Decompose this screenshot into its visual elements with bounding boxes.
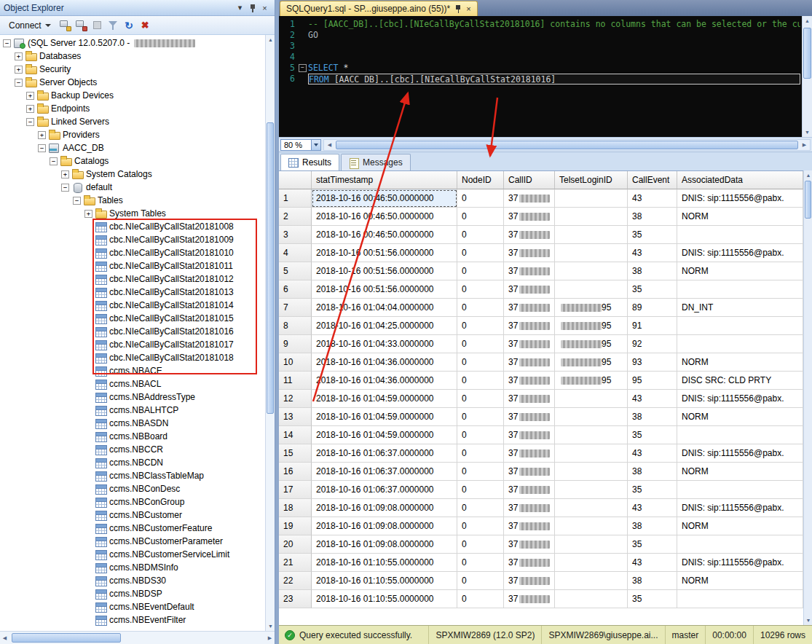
- cell-callid[interactable]: 37: [504, 280, 555, 299]
- expand-icon[interactable]: +: [38, 131, 46, 139]
- cell-callevent[interactable]: 38: [628, 463, 677, 481]
- cell-nodeid[interactable]: 0: [457, 280, 504, 299]
- cell-stattimestamp[interactable]: 2018-10-16 01:09:08.0000000: [312, 535, 457, 554]
- tree-item[interactable]: cbc.NIeCallByCallStat20181009: [0, 233, 275, 246]
- editor-line[interactable]: 4: [279, 52, 812, 63]
- tree-item[interactable]: ccms.NBCustomerParameter: [0, 535, 275, 548]
- cell-telsetloginid[interactable]: [555, 390, 628, 408]
- expand-icon[interactable]: +: [61, 170, 69, 178]
- cell-callid[interactable]: 37: [504, 353, 555, 372]
- cell-telsetloginid[interactable]: [555, 554, 628, 572]
- cell-stattimestamp[interactable]: 2018-10-16 01:04:59.0000000: [312, 408, 457, 426]
- cell-associateddata[interactable]: DNIS: sip:1115556@pabx.: [677, 444, 803, 463]
- cell-nodeid[interactable]: 0: [457, 208, 504, 226]
- cell-callid[interactable]: 37: [504, 408, 555, 426]
- tree-horizontal-scrollbar[interactable]: ◀ ▶: [0, 631, 275, 644]
- cell-callevent[interactable]: 93: [628, 353, 677, 372]
- cell-nodeid[interactable]: 0: [457, 317, 504, 335]
- row-number[interactable]: 13: [279, 408, 312, 426]
- tree-item[interactable]: −Server Objects: [0, 76, 275, 89]
- row-number[interactable]: 8: [279, 317, 312, 335]
- cell-associateddata[interactable]: NORM: [677, 262, 803, 280]
- tree-item[interactable]: ccms.NBClassTableMap: [0, 469, 275, 482]
- tree-item[interactable]: −Catalogs: [0, 154, 275, 168]
- cell-nodeid[interactable]: 0: [457, 390, 504, 408]
- cell-callevent[interactable]: 43: [628, 499, 677, 517]
- cell-telsetloginid[interactable]: 95: [555, 299, 628, 317]
- expand-icon[interactable]: +: [15, 66, 23, 74]
- editor-line[interactable]: 2GO: [279, 30, 812, 41]
- expand-icon[interactable]: +: [26, 105, 34, 113]
- scrollbar-thumb[interactable]: [267, 122, 274, 414]
- collapse-icon[interactable]: −: [50, 157, 58, 165]
- tree-item[interactable]: −Tables: [0, 194, 275, 207]
- cell-callid[interactable]: 37: [504, 517, 555, 535]
- cell-associateddata[interactable]: DNIS: sip:1115556@pabx.: [677, 244, 803, 262]
- tree-item[interactable]: ccms.NBConGroup: [0, 495, 275, 508]
- tree-item[interactable]: cbc.NIeCallByCallStat20181008: [0, 220, 275, 233]
- sql-editor[interactable]: 1-- [AACC_DB]..[cbc].[NIeCallByCallStat2…: [279, 16, 812, 137]
- cell-nodeid[interactable]: 0: [457, 262, 504, 280]
- scroll-up-icon[interactable]: ▲: [804, 170, 812, 180]
- cell-associateddata[interactable]: [677, 481, 803, 499]
- tree-item[interactable]: ccms.NBACE: [0, 364, 275, 377]
- cell-nodeid[interactable]: 0: [457, 554, 504, 572]
- cell-associateddata[interactable]: DNIS: sip:1115556@pabx.: [677, 189, 803, 208]
- cell-callid[interactable]: 37: [504, 226, 555, 244]
- cell-stattimestamp[interactable]: 2018-10-16 00:46:50.0000000: [312, 189, 457, 208]
- cell-stattimestamp[interactable]: 2018-10-16 00:46:50.0000000: [312, 208, 457, 226]
- cell-nodeid[interactable]: 0: [457, 408, 504, 426]
- tree-item[interactable]: ccms.NBCustomerFeature: [0, 522, 275, 535]
- cell-stattimestamp[interactable]: 2018-10-16 00:46:50.0000000: [312, 226, 457, 244]
- collapse-icon[interactable]: −: [15, 79, 23, 87]
- cell-nodeid[interactable]: 0: [457, 517, 504, 535]
- cell-stattimestamp[interactable]: 2018-10-16 01:04:04.0000000: [312, 299, 457, 317]
- cell-stattimestamp[interactable]: 2018-10-16 01:10:55.0000000: [312, 554, 457, 572]
- cell-callevent[interactable]: 38: [628, 208, 677, 226]
- zoom-dropdown-button[interactable]: [311, 140, 320, 150]
- tree-item[interactable]: +Databases: [0, 50, 275, 63]
- editor-line[interactable]: 6FROM [AACC_DB]..[cbc].[NIeCallByCallSta…: [279, 74, 812, 85]
- row-number[interactable]: 5: [279, 262, 312, 280]
- editor-line[interactable]: 5SELECT *: [279, 63, 812, 74]
- row-number[interactable]: 4: [279, 244, 312, 262]
- scroll-down-icon[interactable]: ▼: [804, 616, 812, 625]
- scrollbar-thumb[interactable]: [12, 633, 121, 643]
- row-number[interactable]: 14: [279, 426, 312, 444]
- cell-associateddata[interactable]: [677, 590, 803, 608]
- cell-nodeid[interactable]: 0: [457, 481, 504, 499]
- cell-callid[interactable]: 37: [504, 463, 555, 481]
- cell-callevent[interactable]: 35: [628, 226, 677, 244]
- row-number[interactable]: 11: [279, 372, 312, 390]
- disconnect-object-icon[interactable]: [74, 18, 88, 32]
- cell-telsetloginid[interactable]: [555, 481, 628, 499]
- cell-associateddata[interactable]: [677, 535, 803, 554]
- cell-telsetloginid[interactable]: [555, 444, 628, 463]
- scroll-up-icon[interactable]: ▲: [266, 35, 275, 44]
- cell-stattimestamp[interactable]: 2018-10-16 00:51:56.0000000: [312, 262, 457, 280]
- cell-stattimestamp[interactable]: 2018-10-16 00:51:56.0000000: [312, 280, 457, 299]
- cell-associateddata[interactable]: DN_INT: [677, 299, 803, 317]
- cell-telsetloginid[interactable]: [555, 499, 628, 517]
- row-number[interactable]: 15: [279, 444, 312, 463]
- cell-associateddata[interactable]: NORM: [677, 208, 803, 226]
- cell-nodeid[interactable]: 0: [457, 189, 504, 208]
- cell-nodeid[interactable]: 0: [457, 499, 504, 517]
- cell-telsetloginid[interactable]: [555, 426, 628, 444]
- cell-telsetloginid[interactable]: [555, 535, 628, 554]
- cell-callid[interactable]: 37: [504, 299, 555, 317]
- connect-button[interactable]: Connect: [4, 19, 56, 32]
- row-number[interactable]: 17: [279, 481, 312, 499]
- cell-associateddata[interactable]: NORM: [677, 572, 803, 590]
- document-tab[interactable]: SQLQuery1.sql - SP...giuseppe.aino (55))…: [280, 1, 478, 16]
- editor-line[interactable]: 1-- [AACC_DB]..[cbc].[NIeCallByCallStat2…: [279, 19, 812, 30]
- tree-item[interactable]: ccms.NBDSP: [0, 587, 275, 600]
- cell-callevent[interactable]: 92: [628, 335, 677, 353]
- tree-item[interactable]: cbc.NIeCallByCallStat20181016: [0, 325, 275, 338]
- tree-item[interactable]: +System Catalogs: [0, 168, 275, 181]
- row-number[interactable]: 3: [279, 226, 312, 244]
- refresh-icon[interactable]: ↻: [122, 18, 136, 32]
- cell-callid[interactable]: 37: [504, 335, 555, 353]
- row-number[interactable]: 21: [279, 554, 312, 572]
- cell-stattimestamp[interactable]: 2018-10-16 01:04:33.0000000: [312, 335, 457, 353]
